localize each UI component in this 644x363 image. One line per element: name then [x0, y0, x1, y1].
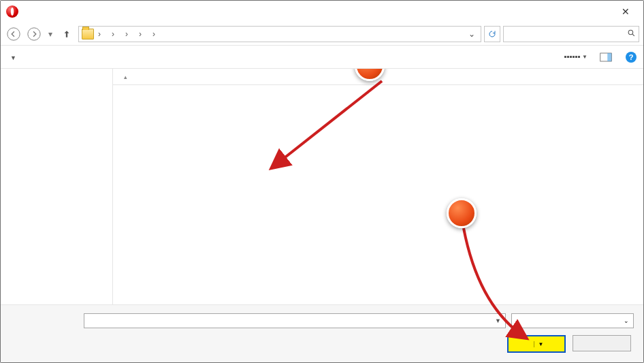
search-box[interactable] [503, 26, 639, 42]
close-button[interactable]: ✕ [611, 2, 641, 21]
chevron-down-icon: ▼ [10, 54, 16, 61]
svg-line-5 [273, 81, 382, 167]
preview-pane-button[interactable] [596, 50, 616, 64]
chevron-right-icon[interactable]: › [151, 27, 157, 42]
chevron-right-icon[interactable]: › [124, 27, 129, 42]
back-button[interactable] [5, 25, 22, 43]
search-icon[interactable] [627, 29, 636, 40]
file-open-dialog: ✕ ▾ › › › › › ⌄ [0, 0, 644, 363]
annotation-badge-2 [447, 198, 477, 228]
help-button[interactable]: ? [626, 52, 637, 63]
forward-button[interactable] [25, 25, 43, 43]
column-name[interactable]: ▴ [116, 74, 289, 80]
opera-icon [6, 5, 18, 18]
crumb-1[interactable] [116, 27, 124, 42]
chevron-right-icon[interactable]: › [97, 27, 102, 42]
view-mode-button[interactable]: ▼ [566, 50, 586, 64]
chevron-down-icon: ▼ [582, 54, 587, 60]
svg-point-0 [7, 27, 20, 40]
crumb-0[interactable] [102, 27, 110, 42]
organize-menu[interactable]: ▼ [7, 52, 16, 62]
up-button[interactable] [58, 25, 76, 43]
crumb-4[interactable] [157, 27, 165, 42]
chevron-down-icon: ⌄ [624, 317, 629, 324]
search-input[interactable] [508, 29, 627, 39]
svg-point-1 [28, 27, 40, 40]
breadcrumb-dropdown[interactable]: ⌄ [464, 29, 479, 39]
sort-indicator-icon: ▴ [124, 74, 127, 80]
cancel-button[interactable] [573, 335, 631, 351]
file-name-input[interactable]: ▼ [84, 313, 506, 328]
svg-point-2 [628, 30, 633, 35]
crumb-2[interactable] [129, 27, 138, 42]
navigation-pane[interactable] [1, 69, 113, 304]
refresh-button[interactable] [484, 26, 500, 42]
folder-icon [82, 29, 94, 40]
titlebar: ✕ [1, 1, 643, 22]
chevron-right-icon[interactable]: › [138, 27, 143, 42]
annotation-arrow-2 [458, 224, 567, 353]
chevron-right-icon[interactable]: › [110, 27, 116, 42]
crumb-3[interactable] [143, 27, 151, 42]
svg-rect-4 [607, 53, 611, 61]
annotation-arrow-1 [266, 81, 402, 190]
breadcrumb[interactable]: › › › › › ⌄ [78, 26, 481, 42]
navigation-row: ▾ › › › › › ⌄ [1, 22, 643, 46]
history-dropdown[interactable]: ▾ [46, 25, 55, 43]
toolbar: ▼ ▼ ? [1, 46, 643, 69]
